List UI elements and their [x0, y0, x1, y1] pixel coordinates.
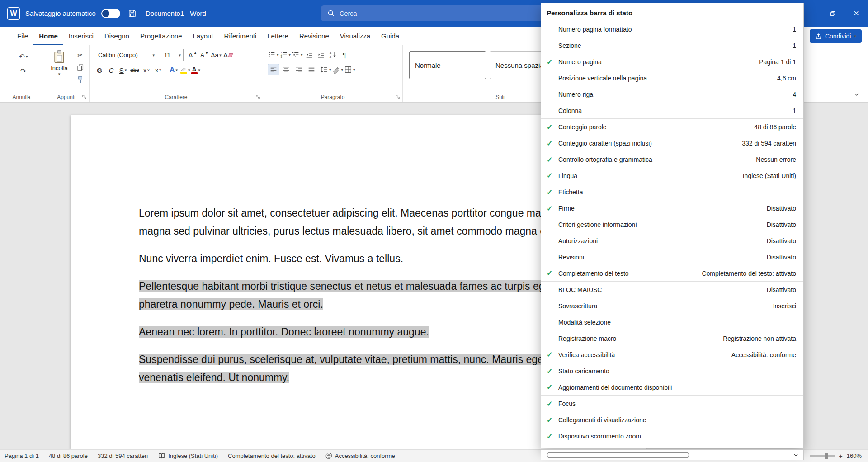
- clear-formatting-button[interactable]: A: [222, 49, 233, 61]
- menu-item[interactable]: ✓ Sezione 1: [541, 38, 803, 54]
- zoom-in-button[interactable]: +: [839, 453, 843, 460]
- scrollbar-thumb[interactable]: [547, 452, 689, 458]
- menu-item[interactable]: ✓ Controllo ortografia e grammatica Ness…: [541, 151, 803, 168]
- menu-item[interactable]: ✓ Numero pagina formattato 1: [541, 21, 803, 38]
- search-box[interactable]: Cerca: [321, 5, 556, 21]
- menu-item[interactable]: ✓ Conteggio caratteri (spazi inclusi) 33…: [541, 135, 803, 151]
- chevron-down-icon[interactable]: [793, 452, 799, 458]
- font-color-button[interactable]: A: [191, 64, 198, 76]
- decrease-indent-button[interactable]: [304, 49, 315, 61]
- increase-indent-button[interactable]: [316, 49, 326, 61]
- menu-item[interactable]: ✓ Stato caricamento: [541, 363, 803, 379]
- word-logo-icon[interactable]: W: [7, 7, 20, 20]
- menu-item[interactable]: ✓ Aggiornamenti del documento disponibil…: [541, 379, 803, 396]
- menu-item[interactable]: ✓ Completamento del testo Completamento …: [541, 265, 803, 282]
- borders-button[interactable]: ▾: [344, 64, 355, 75]
- menu-item[interactable]: ✓ Lingua Inglese (Stati Uniti): [541, 168, 803, 184]
- ribbon-tab[interactable]: Home: [33, 27, 63, 45]
- save-icon[interactable]: [126, 7, 139, 20]
- bullets-button[interactable]: ▾: [268, 49, 279, 61]
- cut-button[interactable]: ✂: [75, 50, 85, 60]
- status-accessibility[interactable]: Accessibilità: conforme: [335, 453, 395, 459]
- menu-item[interactable]: ✓ Numero riga 4: [541, 86, 803, 103]
- highlight-color-button[interactable]: [180, 64, 187, 76]
- bold-button[interactable]: G: [94, 64, 105, 76]
- ribbon-tab[interactable]: Guida: [376, 27, 405, 45]
- subscript-button[interactable]: x2: [141, 64, 152, 76]
- ribbon-tab[interactable]: Lettere: [262, 27, 294, 45]
- menu-item[interactable]: ✓ BLOC MAIUSC Disattivato: [541, 282, 803, 298]
- share-button[interactable]: Condividi ▾: [810, 29, 862, 43]
- menu-item[interactable]: ✓ Focus: [541, 396, 803, 412]
- menu-item[interactable]: ✓ Modalità selezione: [541, 314, 803, 330]
- menu-item[interactable]: ✓ Dispositivo scorrimento zoom: [541, 428, 803, 444]
- undo-button[interactable]: ↶▾: [6, 51, 40, 62]
- status-text-completion[interactable]: Completamento del testo: attivato: [228, 453, 316, 459]
- ribbon-tab[interactable]: Layout: [188, 27, 219, 45]
- strikethrough-button[interactable]: abc: [129, 64, 140, 76]
- line-spacing-button[interactable]: ▾: [320, 64, 331, 75]
- menu-item[interactable]: ✓ Colonna 1: [541, 103, 803, 119]
- grow-font-button[interactable]: A▲: [187, 49, 198, 61]
- copy-button[interactable]: [75, 62, 85, 72]
- format-painter-button[interactable]: [75, 75, 85, 85]
- font-size-combo[interactable]: 11 ▾: [160, 49, 184, 61]
- status-word-count[interactable]: 48 di 86 parole: [49, 453, 88, 459]
- menu-item[interactable]: ✓ Criteri gestione informazioni Disattiv…: [541, 217, 803, 233]
- status-language[interactable]: Inglese (Stati Uniti): [168, 453, 218, 459]
- shrink-font-button[interactable]: A▼: [199, 49, 210, 61]
- shading-button[interactable]: ▾: [332, 64, 344, 75]
- text-effects-button[interactable]: A▾: [168, 64, 179, 76]
- numbering-button[interactable]: 123 ▾: [280, 49, 291, 61]
- status-character-count[interactable]: 332 di 594 caratteri: [98, 453, 148, 459]
- ribbon-tab[interactable]: Progettazione: [135, 27, 188, 45]
- ribbon-tab[interactable]: Visualizza: [335, 27, 376, 45]
- collapse-ribbon-icon[interactable]: [854, 91, 860, 98]
- ribbon-tab[interactable]: File: [12, 27, 33, 45]
- ribbon-tab[interactable]: Riferimenti: [219, 27, 262, 45]
- align-right-button[interactable]: [293, 64, 305, 75]
- font-name-combo[interactable]: Calibri (Corpo) ▾: [94, 49, 157, 61]
- restore-window-button[interactable]: [821, 0, 844, 27]
- chevron-down-icon[interactable]: ▾: [198, 68, 201, 72]
- justify-button[interactable]: [306, 64, 317, 75]
- italic-button[interactable]: C: [106, 64, 117, 76]
- status-page-number[interactable]: Pagina 1 di 1: [5, 453, 39, 459]
- paste-button[interactable]: Incolla ▾: [46, 49, 72, 85]
- style-card[interactable]: Normale: [409, 51, 486, 79]
- clipboard-dialog-launcher-icon[interactable]: [82, 94, 87, 99]
- show-formatting-marks-button[interactable]: ¶: [339, 49, 350, 61]
- ribbon-tab[interactable]: Inserisci: [63, 27, 99, 45]
- close-window-button[interactable]: ×: [844, 0, 868, 27]
- proofing-book-icon[interactable]: [158, 453, 165, 459]
- menu-item[interactable]: ✓ Revisioni Disattivato: [541, 249, 803, 265]
- paragraph-dialog-launcher-icon[interactable]: [395, 94, 400, 99]
- redo-button[interactable]: ↷: [6, 65, 40, 77]
- font-dialog-launcher-icon[interactable]: [255, 94, 260, 99]
- ribbon-tab[interactable]: Revisione: [294, 27, 335, 45]
- menu-item[interactable]: ✓ Collegamenti di visualizzazione: [541, 412, 803, 428]
- menu-item[interactable]: ✓ Conteggio parole 48 di 86 parole: [541, 119, 803, 135]
- menu-item[interactable]: ✓ Sovrascrittura Inserisci: [541, 298, 803, 314]
- accessibility-icon[interactable]: [326, 453, 332, 459]
- zoom-slider-thumb[interactable]: [825, 453, 828, 459]
- align-center-button[interactable]: [280, 64, 292, 75]
- zoom-level[interactable]: 160%: [847, 453, 862, 459]
- sort-button[interactable]: AZ: [327, 49, 338, 61]
- superscript-button[interactable]: x2: [153, 64, 164, 76]
- change-case-button[interactable]: Aa▾: [211, 49, 222, 61]
- chevron-down-icon[interactable]: ▾: [188, 68, 190, 72]
- align-left-button[interactable]: [268, 64, 279, 75]
- zoom-slider[interactable]: [810, 455, 835, 457]
- ribbon-tab[interactable]: Disegno: [99, 27, 135, 45]
- underline-button[interactable]: S▾: [118, 64, 128, 76]
- autosave-toggle[interactable]: [101, 9, 120, 18]
- menu-item[interactable]: ✓ Verifica accessibilità Accessibilità: …: [541, 347, 803, 363]
- menu-item[interactable]: ✓ Numero pagina Pagina 1 di 1: [541, 54, 803, 70]
- menu-item[interactable]: ✓ Autorizzazioni Disattivato: [541, 233, 803, 249]
- menu-item[interactable]: ✓ Etichetta: [541, 184, 803, 200]
- menu-item[interactable]: ✓ Registrazione macro Registrazione non …: [541, 330, 803, 347]
- multilevel-list-button[interactable]: ▾: [292, 49, 303, 61]
- menu-item[interactable]: ✓ Posizione verticale nella pagina 4,6 c…: [541, 70, 803, 86]
- menu-item[interactable]: ✓ Firme Disattivato: [541, 200, 803, 217]
